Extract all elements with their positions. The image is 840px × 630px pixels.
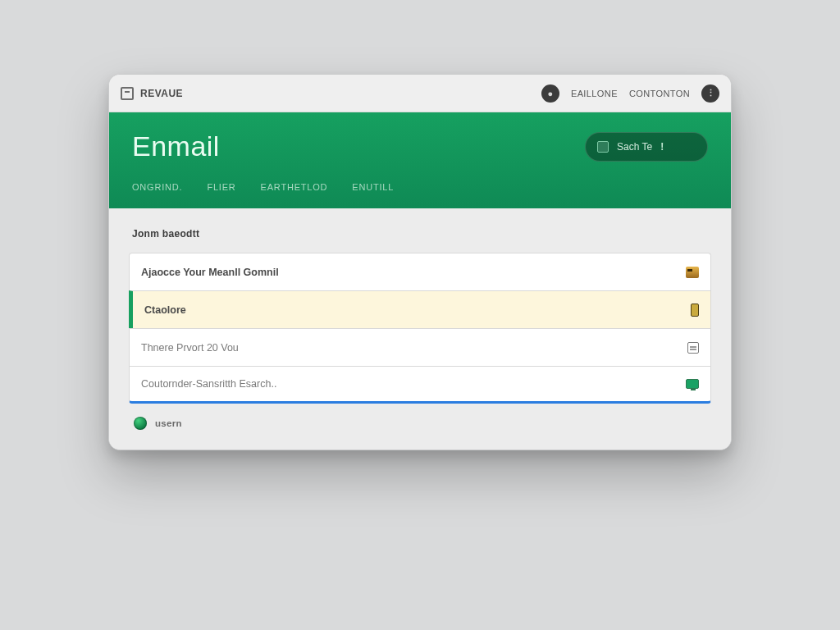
app-name-label: Revaue [140,88,183,99]
status-label: usern [155,418,182,428]
card-icon [686,267,699,278]
search-label: Sach Te [617,141,652,153]
list-item[interactable]: Thnere Prvort 20 Vou [129,328,711,366]
message-list: Ajaocce Your Meanll Gomnil Ctaolore Thne… [129,253,711,404]
document-icon [687,342,699,354]
header-tabs: Ongrind. Flier Earthetlod Enutill [132,182,708,197]
search-button[interactable]: Sach Te ! [585,132,708,162]
tab-1[interactable]: Flier [207,182,235,197]
list-item[interactable]: Ajaocce Your Meanll Gomnil [129,253,711,290]
tab-2[interactable]: Earthetlod [261,182,328,197]
message-subject: Ctaolore [144,304,186,316]
message-subject: Ajaocce Your Meanll Gomnil [141,267,279,278]
page-title: Enmail [132,130,220,162]
header-banner: Enmail Sach Te ! Ongrind. Flier Earthetl… [109,112,731,208]
tab-0[interactable]: Ongrind. [132,182,182,197]
message-subject: Thnere Prvort 20 Vou [141,342,239,354]
titlebar: Revaue ● Eaillone Contonton ⋮ [109,75,731,112]
monitor-icon [686,379,699,389]
titlebar-badge-icon[interactable]: ● [541,84,559,103]
list-item[interactable]: Ctaolore [129,290,711,328]
overflow-menu-button[interactable]: ⋮ [701,84,719,103]
search-icon [597,141,609,153]
search-alert-icon: ! [660,141,664,153]
message-subject: Coutornder-Sansritth Esarch.. [141,378,276,390]
app-menu-icon[interactable] [121,87,134,100]
titlebar-link-1[interactable]: Eaillone [571,89,618,98]
status-online-icon [134,417,147,430]
list-item[interactable]: Coutornder-Sansritth Esarch.. [129,366,711,404]
section-heading: Jonm baeodtt [132,228,711,240]
tab-3[interactable]: Enutill [352,182,394,197]
status-bar: usern [129,417,711,430]
attachment-icon [691,304,699,317]
content-area: Jonm baeodtt Ajaocce Your Meanll Gomnil … [109,208,731,450]
app-window: Revaue ● Eaillone Contonton ⋮ Enmail Sac… [108,74,732,450]
titlebar-link-2[interactable]: Contonton [629,89,690,98]
